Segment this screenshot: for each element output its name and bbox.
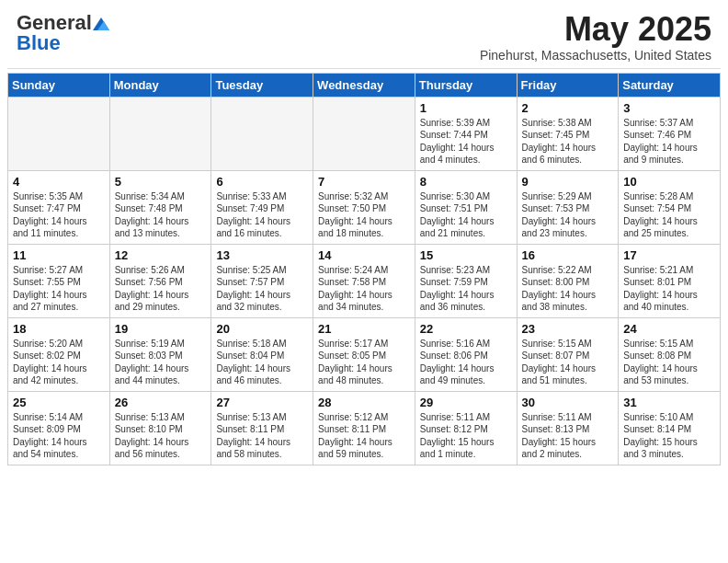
day-info: Sunrise: 5:27 AM Sunset: 7:55 PM Dayligh…: [13, 264, 105, 314]
calendar-wrapper: SundayMondayTuesdayWednesdayThursdayFrid…: [0, 73, 728, 471]
day-info: Sunrise: 5:39 AM Sunset: 7:44 PM Dayligh…: [420, 117, 512, 167]
day-number: 1: [420, 101, 512, 115]
calendar-week-row: 25Sunrise: 5:14 AM Sunset: 8:09 PM Dayli…: [8, 391, 721, 465]
day-number: 12: [115, 248, 207, 262]
day-info: Sunrise: 5:15 AM Sunset: 8:07 PM Dayligh…: [522, 338, 614, 387]
calendar-day-cell: 19Sunrise: 5:19 AM Sunset: 8:03 PM Dayli…: [109, 317, 211, 391]
calendar-day-header: Tuesday: [211, 73, 313, 97]
calendar-week-row: 1Sunrise: 5:39 AM Sunset: 7:44 PM Daylig…: [8, 97, 721, 170]
day-number: 25: [13, 396, 105, 409]
title-block: May 2025 Pinehurst, Massachusetts, Unite…: [480, 11, 711, 63]
day-info: Sunrise: 5:19 AM Sunset: 8:03 PM Dayligh…: [115, 338, 207, 387]
calendar-day-cell: 10Sunrise: 5:28 AM Sunset: 7:54 PM Dayli…: [619, 170, 721, 244]
day-info: Sunrise: 5:10 AM Sunset: 8:14 PM Dayligh…: [623, 411, 715, 461]
calendar-day-header: Thursday: [415, 73, 517, 97]
calendar-day-cell: 15Sunrise: 5:23 AM Sunset: 7:59 PM Dayli…: [415, 244, 517, 317]
day-info: Sunrise: 5:11 AM Sunset: 8:13 PM Dayligh…: [522, 411, 614, 461]
day-number: 4: [13, 175, 105, 189]
day-number: 13: [216, 248, 308, 262]
day-number: 20: [216, 322, 308, 336]
calendar-day-cell: 24Sunrise: 5:15 AM Sunset: 8:08 PM Dayli…: [619, 317, 721, 391]
day-number: 10: [623, 175, 715, 189]
day-number: 31: [623, 396, 715, 409]
calendar-day-cell: 3Sunrise: 5:37 AM Sunset: 7:46 PM Daylig…: [619, 97, 721, 170]
day-number: 19: [115, 322, 207, 336]
calendar-header-row: SundayMondayTuesdayWednesdayThursdayFrid…: [8, 73, 721, 97]
calendar-day-header: Wednesday: [313, 73, 415, 97]
calendar-day-cell: 13Sunrise: 5:25 AM Sunset: 7:57 PM Dayli…: [211, 244, 313, 317]
calendar-day-cell: 16Sunrise: 5:22 AM Sunset: 8:00 PM Dayli…: [517, 244, 619, 317]
day-info: Sunrise: 5:11 AM Sunset: 8:12 PM Dayligh…: [420, 411, 512, 461]
day-info: Sunrise: 5:21 AM Sunset: 8:01 PM Dayligh…: [623, 264, 715, 314]
day-info: Sunrise: 5:34 AM Sunset: 7:48 PM Dayligh…: [115, 190, 207, 240]
day-info: Sunrise: 5:25 AM Sunset: 7:57 PM Dayligh…: [216, 264, 308, 314]
calendar-table: SundayMondayTuesdayWednesdayThursdayFrid…: [7, 73, 721, 465]
calendar-day-header: Saturday: [619, 73, 721, 97]
day-info: Sunrise: 5:20 AM Sunset: 8:02 PM Dayligh…: [13, 338, 105, 387]
calendar-day-header: Monday: [109, 73, 211, 97]
day-number: 29: [420, 396, 512, 409]
day-number: 2: [522, 101, 614, 115]
day-number: 18: [13, 322, 105, 336]
day-info: Sunrise: 5:30 AM Sunset: 7:51 PM Dayligh…: [420, 190, 512, 240]
calendar-day-cell: 21Sunrise: 5:17 AM Sunset: 8:05 PM Dayli…: [313, 317, 415, 391]
day-number: 5: [115, 175, 207, 189]
day-number: 17: [623, 248, 715, 262]
calendar-day-cell: 9Sunrise: 5:29 AM Sunset: 7:53 PM Daylig…: [517, 170, 619, 244]
day-info: Sunrise: 5:33 AM Sunset: 7:49 PM Dayligh…: [216, 190, 308, 240]
day-info: Sunrise: 5:28 AM Sunset: 7:54 PM Dayligh…: [623, 190, 715, 240]
day-info: Sunrise: 5:12 AM Sunset: 8:11 PM Dayligh…: [318, 411, 410, 461]
day-number: 27: [216, 396, 308, 409]
calendar-day-cell: 5Sunrise: 5:34 AM Sunset: 7:48 PM Daylig…: [109, 170, 211, 244]
day-info: Sunrise: 5:26 AM Sunset: 7:56 PM Dayligh…: [115, 264, 207, 314]
day-number: 14: [318, 248, 410, 262]
day-number: 26: [115, 396, 207, 409]
day-info: Sunrise: 5:22 AM Sunset: 8:00 PM Dayligh…: [522, 264, 614, 314]
day-info: Sunrise: 5:15 AM Sunset: 8:08 PM Dayligh…: [623, 338, 715, 387]
calendar-day-cell: 1Sunrise: 5:39 AM Sunset: 7:44 PM Daylig…: [415, 97, 517, 170]
calendar-day-cell: 18Sunrise: 5:20 AM Sunset: 8:02 PM Dayli…: [8, 317, 110, 391]
day-number: 22: [420, 322, 512, 336]
day-info: Sunrise: 5:14 AM Sunset: 8:09 PM Dayligh…: [13, 411, 105, 461]
calendar-day-cell: 29Sunrise: 5:11 AM Sunset: 8:12 PM Dayli…: [415, 391, 517, 465]
day-info: Sunrise: 5:17 AM Sunset: 8:05 PM Dayligh…: [318, 338, 410, 387]
day-info: Sunrise: 5:32 AM Sunset: 7:50 PM Dayligh…: [318, 190, 410, 240]
calendar-day-cell: [211, 97, 313, 170]
calendar-day-header: Friday: [517, 73, 619, 97]
calendar-day-cell: 8Sunrise: 5:30 AM Sunset: 7:51 PM Daylig…: [415, 170, 517, 244]
calendar-day-cell: [8, 97, 110, 170]
calendar-week-row: 4Sunrise: 5:35 AM Sunset: 7:47 PM Daylig…: [8, 170, 721, 244]
day-number: 7: [318, 175, 410, 189]
logo-blue: Blue: [17, 31, 61, 55]
day-number: 24: [623, 322, 715, 336]
logo-icon: [93, 17, 109, 30]
calendar-day-cell: 7Sunrise: 5:32 AM Sunset: 7:50 PM Daylig…: [313, 170, 415, 244]
calendar-day-cell: 28Sunrise: 5:12 AM Sunset: 8:11 PM Dayli…: [313, 391, 415, 465]
calendar-day-cell: [313, 97, 415, 170]
day-info: Sunrise: 5:23 AM Sunset: 7:59 PM Dayligh…: [420, 264, 512, 314]
day-number: 16: [522, 248, 614, 262]
calendar-week-row: 18Sunrise: 5:20 AM Sunset: 8:02 PM Dayli…: [8, 317, 721, 391]
day-number: 21: [318, 322, 410, 336]
header-divider: [7, 68, 721, 69]
calendar-day-cell: [109, 97, 211, 170]
calendar-day-cell: 11Sunrise: 5:27 AM Sunset: 7:55 PM Dayli…: [8, 244, 110, 317]
month-title: May 2025: [480, 11, 711, 48]
day-info: Sunrise: 5:37 AM Sunset: 7:46 PM Dayligh…: [623, 117, 715, 167]
day-info: Sunrise: 5:13 AM Sunset: 8:11 PM Dayligh…: [216, 411, 308, 461]
calendar-day-header: Sunday: [8, 73, 110, 97]
calendar-day-cell: 6Sunrise: 5:33 AM Sunset: 7:49 PM Daylig…: [211, 170, 313, 244]
day-number: 23: [522, 322, 614, 336]
calendar-day-cell: 27Sunrise: 5:13 AM Sunset: 8:11 PM Dayli…: [211, 391, 313, 465]
calendar-day-cell: 12Sunrise: 5:26 AM Sunset: 7:56 PM Dayli…: [109, 244, 211, 317]
day-info: Sunrise: 5:29 AM Sunset: 7:53 PM Dayligh…: [522, 190, 614, 240]
calendar-day-cell: 14Sunrise: 5:24 AM Sunset: 7:58 PM Dayli…: [313, 244, 415, 317]
calendar-day-cell: 26Sunrise: 5:13 AM Sunset: 8:10 PM Dayli…: [109, 391, 211, 465]
logo: General Blue: [17, 11, 109, 55]
day-info: Sunrise: 5:35 AM Sunset: 7:47 PM Dayligh…: [13, 190, 105, 240]
day-number: 11: [13, 248, 105, 262]
page-container: General Blue May 2025 Pinehurst, Massach…: [0, 0, 728, 471]
day-number: 3: [623, 101, 715, 115]
day-info: Sunrise: 5:24 AM Sunset: 7:58 PM Dayligh…: [318, 264, 410, 314]
day-number: 28: [318, 396, 410, 409]
